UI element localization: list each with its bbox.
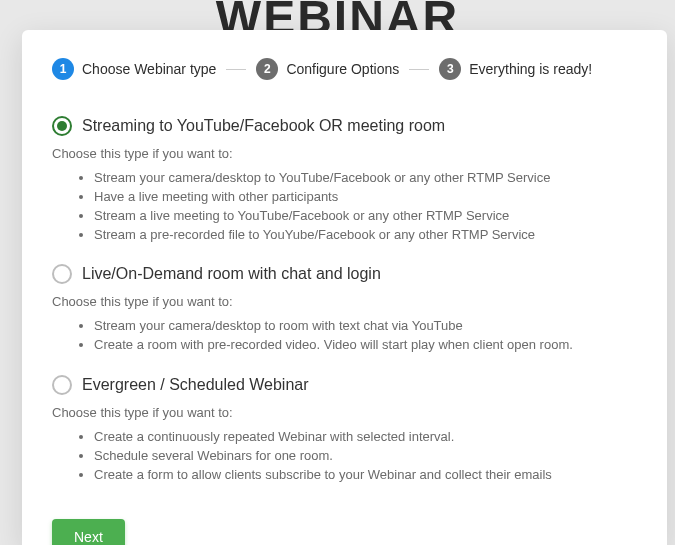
step-2[interactable]: 2 Configure Options bbox=[256, 58, 399, 80]
bullet-item: Stream a pre-recorded file to YouYube/Fa… bbox=[94, 226, 637, 245]
radio-icon[interactable] bbox=[52, 264, 72, 284]
option-streaming-head[interactable]: Streaming to YouTube/Facebook OR meeting… bbox=[52, 116, 637, 136]
bullet-item: Stream your camera/desktop to room with … bbox=[94, 317, 637, 336]
radio-icon[interactable] bbox=[52, 375, 72, 395]
step-badge-3: 3 bbox=[439, 58, 461, 80]
option-hint: Choose this type if you want to: bbox=[52, 146, 637, 161]
step-label-3: Everything is ready! bbox=[469, 61, 592, 77]
step-connector bbox=[226, 69, 246, 70]
option-bullets: Stream your camera/desktop to YouTube/Fa… bbox=[52, 169, 637, 244]
bullet-item: Create a continuously repeated Webinar w… bbox=[94, 428, 637, 447]
bullet-item: Stream a live meeting to YouTube/Faceboo… bbox=[94, 207, 637, 226]
stepper: 1 Choose Webinar type 2 Configure Option… bbox=[52, 58, 637, 80]
step-label-1: Choose Webinar type bbox=[82, 61, 216, 77]
option-title: Live/On-Demand room with chat and login bbox=[82, 265, 381, 283]
step-connector bbox=[409, 69, 429, 70]
step-label-2: Configure Options bbox=[286, 61, 399, 77]
step-1[interactable]: 1 Choose Webinar type bbox=[52, 58, 216, 80]
option-evergreen: Evergreen / Scheduled Webinar Choose thi… bbox=[52, 375, 637, 485]
option-title: Evergreen / Scheduled Webinar bbox=[82, 376, 309, 394]
step-badge-2: 2 bbox=[256, 58, 278, 80]
next-button[interactable]: Next bbox=[52, 519, 125, 545]
option-live-ondemand-head[interactable]: Live/On-Demand room with chat and login bbox=[52, 264, 637, 284]
option-hint: Choose this type if you want to: bbox=[52, 294, 637, 309]
step-3[interactable]: 3 Everything is ready! bbox=[439, 58, 592, 80]
wizard-modal: 1 Choose Webinar type 2 Configure Option… bbox=[22, 30, 667, 545]
option-title: Streaming to YouTube/Facebook OR meeting… bbox=[82, 117, 445, 135]
option-bullets: Create a continuously repeated Webinar w… bbox=[52, 428, 637, 485]
bullet-item: Schedule several Webinars for one room. bbox=[94, 447, 637, 466]
bullet-item: Create a form to allow clients subscribe… bbox=[94, 466, 637, 485]
bullet-item: Have a live meeting with other participa… bbox=[94, 188, 637, 207]
option-streaming: Streaming to YouTube/Facebook OR meeting… bbox=[52, 116, 637, 244]
radio-icon[interactable] bbox=[52, 116, 72, 136]
bullet-item: Stream your camera/desktop to YouTube/Fa… bbox=[94, 169, 637, 188]
option-hint: Choose this type if you want to: bbox=[52, 405, 637, 420]
step-badge-1: 1 bbox=[52, 58, 74, 80]
option-evergreen-head[interactable]: Evergreen / Scheduled Webinar bbox=[52, 375, 637, 395]
option-bullets: Stream your camera/desktop to room with … bbox=[52, 317, 637, 355]
option-live-ondemand: Live/On-Demand room with chat and login … bbox=[52, 264, 637, 355]
bullet-item: Create a room with pre-recorded video. V… bbox=[94, 336, 637, 355]
